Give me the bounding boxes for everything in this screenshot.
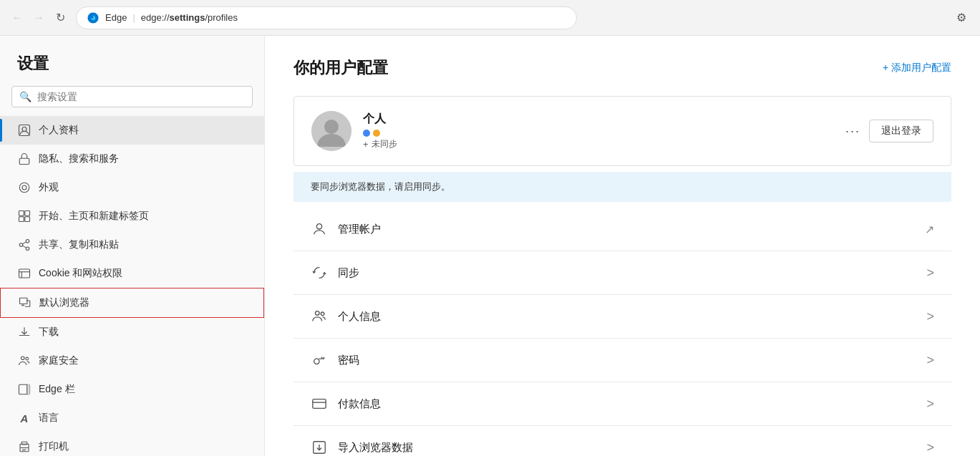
svg-rect-33 xyxy=(313,399,326,409)
svg-rect-6 xyxy=(25,211,30,216)
sidebar-item-edge-bar-label: Edge 栏 xyxy=(39,383,75,396)
sidebar-item-start-label: 开始、主页和新建标签页 xyxy=(39,210,149,223)
sidebar-item-downloads[interactable]: 下载 xyxy=(0,318,264,346)
sync-status-icon: + xyxy=(363,139,369,150)
language-icon: A xyxy=(17,411,31,425)
settings-item-sync[interactable]: 同步 > xyxy=(293,251,951,295)
edge-bar-icon xyxy=(17,382,31,397)
back-button[interactable]: ← xyxy=(9,9,26,26)
payment-icon xyxy=(311,395,328,412)
forward-button[interactable]: → xyxy=(30,9,47,26)
logout-button[interactable]: 退出登录 xyxy=(869,120,933,142)
sidebar-item-edge-bar[interactable]: Edge 栏 xyxy=(0,375,264,404)
sidebar-item-language[interactable]: A 语言 xyxy=(0,404,264,432)
settings-item-personal-info[interactable]: 个人信息 > xyxy=(293,295,951,339)
toolbar-right: ⚙ xyxy=(951,8,971,28)
payment-label: 付款信息 xyxy=(338,397,916,411)
profile-name: 个人 xyxy=(363,112,834,127)
address-brand: Edge xyxy=(105,12,127,23)
svg-point-4 xyxy=(22,185,26,190)
sidebar-nav: 个人资料 隐私、搜索和服务 xyxy=(0,116,264,456)
import-arrow-icon: > xyxy=(926,440,934,455)
password-arrow-icon: > xyxy=(926,353,934,368)
cookies-icon xyxy=(17,266,31,281)
sidebar-item-cookies-label: Cookie 和网站权限 xyxy=(39,267,122,280)
sidebar-item-cookies[interactable]: Cookie 和网站权限 xyxy=(0,259,264,288)
sidebar-title: 设置 xyxy=(0,36,264,86)
sidebar-item-family[interactable]: 家庭安全 xyxy=(0,346,264,375)
payment-arrow-icon: > xyxy=(926,397,934,412)
browser-chrome: ← → ↻ Edge | edge://settings/profiles ⚙ xyxy=(0,0,980,36)
reload-button[interactable]: ↻ xyxy=(52,9,69,26)
import-label: 导入浏览器数据 xyxy=(338,441,916,455)
search-icon: 🔍 xyxy=(19,91,31,102)
svg-point-28 xyxy=(324,120,339,134)
sidebar-item-privacy-label: 隐私、搜索和服务 xyxy=(39,152,119,165)
manage-account-icon xyxy=(311,220,328,238)
sidebar-item-profile[interactable]: 个人资料 xyxy=(0,116,264,145)
avatar xyxy=(311,111,351,151)
svg-point-30 xyxy=(316,311,320,316)
sidebar-item-default-browser[interactable]: 默认浏览器 xyxy=(0,288,264,318)
email-dot-orange xyxy=(373,130,380,137)
settings-list: 管理帐户 ↗ 同步 > xyxy=(293,208,951,456)
privacy-icon xyxy=(17,152,31,166)
sync-status-text: 未同步 xyxy=(372,138,397,150)
sidebar-item-printer[interactable]: 打印机 xyxy=(0,432,264,456)
svg-rect-5 xyxy=(19,211,24,216)
default-browser-icon xyxy=(18,296,32,310)
nav-buttons: ← → ↻ xyxy=(9,9,69,26)
main-title: 你的用户配置 xyxy=(293,57,388,79)
sidebar-item-appearance[interactable]: 外观 xyxy=(0,173,264,202)
main-header: 你的用户配置 + 添加用户配置 xyxy=(293,57,951,79)
settings-item-import[interactable]: 导入浏览器数据 > xyxy=(293,426,951,456)
svg-point-11 xyxy=(26,247,29,251)
svg-rect-8 xyxy=(25,217,30,222)
profile-actions: ··· 退出登录 xyxy=(845,120,933,142)
svg-line-12 xyxy=(22,246,26,248)
search-box[interactable]: 🔍 xyxy=(11,86,253,107)
app-body: 设置 🔍 个人资料 xyxy=(0,36,980,456)
sync-label: 同步 xyxy=(338,266,916,280)
search-input[interactable] xyxy=(37,91,245,102)
sidebar-item-family-label: 家庭安全 xyxy=(39,354,79,367)
svg-point-9 xyxy=(26,240,29,243)
personal-info-arrow-icon: > xyxy=(926,309,934,324)
svg-point-32 xyxy=(314,359,319,364)
sidebar-item-appearance-label: 外观 xyxy=(39,181,59,194)
profile-email-row xyxy=(363,130,834,137)
sidebar-item-profile-label: 个人资料 xyxy=(39,124,79,137)
sidebar-item-share-label: 共享、复制和粘贴 xyxy=(39,238,119,251)
settings-item-manage-account[interactable]: 管理帐户 ↗ xyxy=(293,208,951,251)
address-url: edge://settings/profiles xyxy=(141,12,238,23)
settings-icon[interactable]: ⚙ xyxy=(951,8,971,28)
svg-rect-24 xyxy=(21,442,27,445)
sync-arrow-icon: > xyxy=(926,266,934,281)
add-profile-button[interactable]: + 添加用户配置 xyxy=(883,62,951,74)
address-separator: | xyxy=(132,12,135,23)
password-label: 密码 xyxy=(338,354,916,367)
svg-rect-7 xyxy=(19,217,24,222)
sidebar-item-privacy[interactable]: 隐私、搜索和服务 xyxy=(0,145,264,173)
sidebar-item-start[interactable]: 开始、主页和新建标签页 xyxy=(0,202,264,231)
personal-info-icon xyxy=(311,308,328,325)
edge-logo-icon xyxy=(87,11,100,24)
svg-line-13 xyxy=(22,242,26,244)
address-bar[interactable]: Edge | edge://settings/profiles xyxy=(76,6,577,29)
svg-point-18 xyxy=(21,356,25,360)
sync-banner: 要同步浏览器数据，请启用同步。 xyxy=(293,172,951,202)
family-icon xyxy=(17,354,31,368)
downloads-icon xyxy=(17,325,31,339)
appearance-icon xyxy=(17,180,31,195)
settings-item-payment[interactable]: 付款信息 > xyxy=(293,382,951,426)
more-options-button[interactable]: ··· xyxy=(845,124,860,139)
svg-point-1 xyxy=(22,127,26,132)
settings-item-password[interactable]: 密码 > xyxy=(293,339,951,382)
manage-account-external-icon: ↗ xyxy=(925,223,934,236)
svg-rect-14 xyxy=(19,269,30,278)
svg-point-19 xyxy=(26,357,29,360)
sidebar-item-share[interactable]: 共享、复制和粘贴 xyxy=(0,231,264,259)
sidebar-item-language-label: 语言 xyxy=(39,412,59,425)
profile-icon xyxy=(17,123,31,137)
svg-point-10 xyxy=(19,243,23,247)
